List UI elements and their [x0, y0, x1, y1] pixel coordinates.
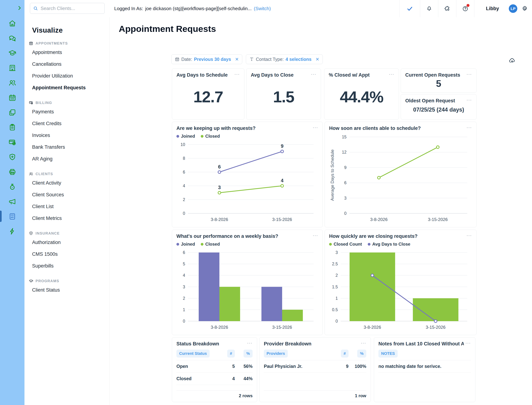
- card-menu-icon[interactable]: ⋯: [247, 341, 253, 345]
- calendar-icon: [29, 41, 33, 46]
- column-header-pill[interactable]: Current Status: [176, 350, 210, 358]
- rail-item-payment-card[interactable]: [0, 135, 24, 150]
- column-header-pill[interactable]: %: [243, 350, 253, 358]
- sidebar-item-client-credits[interactable]: Client Credits: [32, 118, 110, 129]
- sidebar-item-payments[interactable]: Payments: [32, 106, 110, 118]
- clipboard-icon: [8, 123, 16, 131]
- sidebar-item-client-metrics[interactable]: Client Metrics: [32, 212, 110, 224]
- table-row: Closed444%: [176, 373, 253, 385]
- printer-icon: [8, 168, 16, 176]
- card-menu-icon[interactable]: ⋯: [466, 233, 472, 237]
- help-button[interactable]: [456, 0, 474, 17]
- cloud-download-button[interactable]: [509, 57, 516, 64]
- integrations-puzzle-button[interactable]: [438, 0, 456, 17]
- sidebar-item-appointments[interactable]: Appointments: [32, 47, 110, 58]
- remove-filter-icon[interactable]: ✕: [235, 57, 239, 62]
- table-card-status-breakdown: Status Breakdown⋯Current Status#%Open556…: [172, 337, 257, 402]
- rail-item-printer[interactable]: [0, 164, 24, 179]
- svg-text:15: 15: [342, 135, 346, 139]
- card-menu-icon[interactable]: ⋯: [313, 233, 318, 237]
- rail-item-clipboard[interactable]: [0, 120, 24, 135]
- rail-item-users[interactable]: [0, 75, 24, 90]
- rail-item-flask[interactable]: [0, 179, 24, 194]
- sidebar-item-client-sources[interactable]: Client Sources: [32, 189, 110, 201]
- filter-label: Contact Type:: [256, 57, 284, 62]
- notifications-bell-button[interactable]: [420, 0, 438, 17]
- topbar: Logged In As: joe dickason (stg)[workflo…: [24, 0, 532, 17]
- sidebar-item-appointment-requests[interactable]: Appointment Requests: [32, 82, 110, 94]
- user-menu[interactable]: Libby: [486, 0, 499, 17]
- graduation-cap-icon: [8, 49, 16, 57]
- app-root: Logged In As: joe dickason (stg)[workflo…: [0, 0, 532, 405]
- rail-item-graduation-cap[interactable]: [0, 46, 24, 61]
- card-title: How quickly are we closing requests?: [329, 233, 418, 239]
- legend-label: Avg Days to Close: [372, 242, 410, 247]
- rail-item-megaphone[interactable]: [0, 194, 24, 209]
- card-menu-icon[interactable]: ⋯: [466, 72, 472, 76]
- rail-item-documents[interactable]: [0, 105, 24, 120]
- table-column-headers: NOTES: [378, 350, 471, 360]
- sidebar-item-cancellations[interactable]: Cancellations: [32, 58, 110, 70]
- rail-item-calendar[interactable]: [0, 90, 24, 105]
- bar-closed: [282, 310, 303, 321]
- chart-plot-area: 036912153-8-20263-15-2026Average Days to…: [329, 131, 472, 224]
- column-header-pill[interactable]: #: [341, 350, 348, 358]
- switch-user-link[interactable]: (Switch): [254, 6, 271, 11]
- search-input[interactable]: [40, 6, 102, 11]
- rail-item-building[interactable]: [0, 61, 24, 75]
- rail-item-document-signature[interactable]: [0, 209, 24, 224]
- card-title: Oldest Open Request: [405, 98, 455, 104]
- filter-chip-date[interactable]: Date:Previous 30 days✕: [171, 54, 242, 64]
- settings-gear-icon[interactable]: [522, 6, 528, 12]
- card-menu-icon[interactable]: ⋯: [361, 341, 366, 345]
- card-menu-icon[interactable]: ⋯: [466, 126, 472, 129]
- card-menu-icon[interactable]: ⋯: [313, 126, 318, 129]
- tasks-check-button[interactable]: [399, 0, 420, 17]
- legend-dot: [329, 243, 332, 246]
- rail-item-lightning[interactable]: [0, 224, 24, 239]
- card-menu-icon[interactable]: ⋯: [234, 72, 240, 76]
- text-type-icon: [249, 57, 254, 61]
- chevron-right-icon: [16, 5, 22, 11]
- sidebar-item-superbills[interactable]: Superbills: [32, 260, 110, 272]
- search-icon: [33, 6, 38, 11]
- expand-sidebar-chevron-icon[interactable]: [16, 5, 23, 12]
- card-menu-icon[interactable]: ⋯: [389, 72, 394, 76]
- card-menu-icon[interactable]: ⋯: [465, 341, 471, 345]
- sidebar-item-bank-transfers[interactable]: Bank Transfers: [32, 141, 110, 153]
- logged-in-label: Logged In As:: [114, 6, 143, 11]
- sidebar-item-client-status[interactable]: Client Status: [32, 284, 110, 296]
- column-header-pill[interactable]: #: [227, 350, 235, 358]
- rail-item-home[interactable]: [0, 16, 24, 31]
- svg-text:4: 4: [183, 183, 185, 188]
- avatar[interactable]: LP: [509, 4, 517, 13]
- sidebar-item-invoices[interactable]: Invoices: [32, 129, 110, 141]
- svg-text:6: 6: [183, 170, 185, 175]
- column-header-pill[interactable]: NOTES: [378, 350, 398, 358]
- sidebar-item-ar-aging[interactable]: AR Aging: [32, 153, 110, 165]
- legend-dot: [201, 243, 203, 246]
- client-search-box[interactable]: [30, 3, 105, 14]
- filter-chip-contact-type[interactable]: Contact Type:4 selections✕: [246, 54, 323, 64]
- svg-text:4: 4: [183, 273, 185, 278]
- filter-chips: Date:Previous 30 days✕Contact Type:4 sel…: [171, 54, 323, 64]
- check-icon: [407, 6, 413, 12]
- card-title: Avg Days to Close: [251, 72, 294, 78]
- kpi-card-avg-days-to-close: Avg Days to Close⋯1.5: [246, 68, 321, 120]
- rail-item-shield[interactable]: [0, 150, 24, 164]
- column-header-pill[interactable]: %: [357, 350, 366, 358]
- legend-item: Closed: [201, 242, 220, 247]
- sidebar-item-provider-utilization[interactable]: Provider Utilization: [32, 70, 110, 82]
- sidebar-item-client-list[interactable]: Client List: [32, 201, 110, 212]
- card-menu-icon[interactable]: ⋯: [311, 72, 316, 76]
- sidebar-item-client-activity[interactable]: Client Activity: [32, 177, 110, 189]
- kpi-card-oldest-open-request: Oldest Open Request⋯07/25/25 (244 days): [401, 94, 477, 120]
- remove-filter-icon[interactable]: ✕: [316, 57, 319, 62]
- card-menu-icon[interactable]: ⋯: [466, 98, 472, 102]
- sidebar-item-cms-1500s[interactable]: CMS 1500s: [32, 248, 110, 260]
- column-header-pill[interactable]: Providers: [264, 350, 288, 358]
- rail-item-chat-bubbles[interactable]: [0, 31, 24, 46]
- svg-text:1: 1: [183, 307, 185, 312]
- legend-label: Joined: [181, 242, 195, 247]
- sidebar-item-authorization[interactable]: Authorization: [32, 236, 110, 248]
